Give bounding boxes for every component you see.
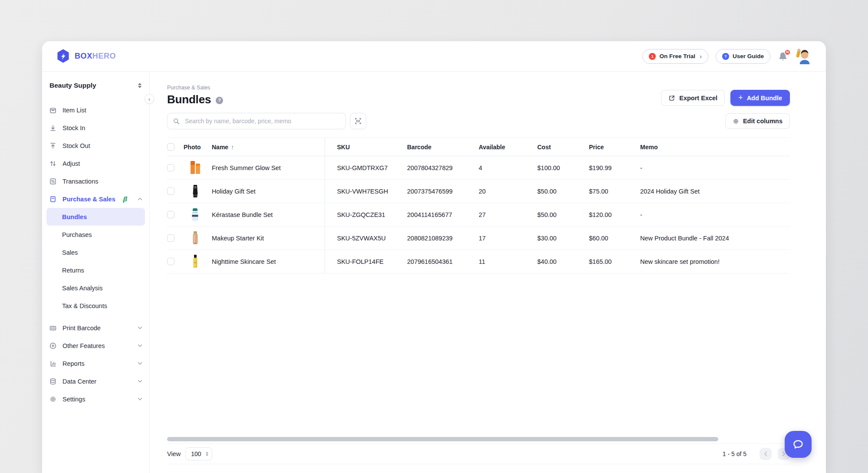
free-trial-button[interactable]: 1 On Free Trial › (642, 49, 708, 64)
chevron-up-icon (138, 197, 142, 200)
sidebar-item-stock-out[interactable]: Stock Out (42, 137, 149, 154)
notifications-button[interactable]: N (778, 51, 788, 62)
column-header-available[interactable]: Available (479, 138, 537, 156)
export-excel-button[interactable]: Export Excel (661, 90, 725, 106)
prev-page-button[interactable] (760, 448, 772, 460)
breadcrumb: Purchase & Sales (167, 85, 223, 91)
column-header-barcode[interactable]: Barcode (407, 138, 479, 156)
sidebar-item-purchase-sales[interactable]: Purchase & Sales β (42, 190, 149, 208)
item-list-icon (49, 106, 57, 114)
page-size-value: 100 (191, 450, 201, 457)
bundle-price: $120.00 (589, 203, 640, 227)
product-photo (188, 159, 202, 177)
sidebar-item-other-features[interactable]: Other Features (42, 337, 149, 355)
purchase-sales-icon (49, 195, 57, 203)
sidebar-item-data-center[interactable]: Data Center (42, 372, 149, 390)
bundle-price: $190.99 (589, 156, 640, 180)
edit-columns-button[interactable]: Edit columns (725, 113, 790, 129)
barcode-scan-button[interactable] (350, 113, 366, 129)
question-icon: ? (722, 53, 729, 60)
chat-bubble-icon (792, 439, 804, 450)
sidebar-collapse-button[interactable]: ‹ (145, 94, 154, 104)
sidebar-item-label: Item List (62, 107, 86, 114)
boxhero-hexagon-icon (56, 49, 70, 63)
other-features-icon (49, 342, 57, 350)
bundle-sku: SKU-5ZVWAX5U (325, 227, 407, 250)
sidebar-subitem-tax-discounts[interactable]: Tax & Discounts (42, 297, 149, 315)
chevron-right-icon: › (700, 53, 702, 59)
chevron-down-icon (138, 397, 142, 401)
add-bundle-label: Add Bundle (747, 95, 782, 102)
workspace-name: Beauty Supply (49, 82, 96, 89)
sidebar-item-transactions[interactable]: Transactions (42, 172, 149, 190)
reports-icon (49, 360, 57, 368)
table-row[interactable]: Kérastase Bundle Set SKU-ZGQCZE31 200411… (167, 203, 790, 227)
help-icon[interactable]: ? (216, 97, 223, 104)
sidebar-subitem-returns[interactable]: Returns (42, 261, 149, 279)
row-checkbox[interactable] (167, 211, 174, 218)
chat-widget-button[interactable] (785, 431, 812, 458)
horizontal-scrollbar[interactable] (167, 437, 718, 441)
sidebar-subitem-purchases[interactable]: Purchases (42, 226, 149, 243)
search-box (167, 113, 346, 129)
add-bundle-button[interactable]: + Add Bundle (730, 90, 790, 106)
bundle-sku: SKU-VWH7ESGH (325, 180, 407, 203)
product-photo (188, 253, 202, 271)
plus-icon: + (738, 94, 743, 102)
chevron-left-icon (764, 451, 767, 457)
product-photo (188, 182, 202, 200)
barcode-scan-icon (354, 117, 362, 125)
user-guide-label: User Guide (733, 53, 764, 59)
sidebar-subitem-label: Sales (62, 249, 78, 256)
bundle-memo: New Product Bundle - Fall 2024 (640, 227, 790, 250)
table-row[interactable]: Holiday Gift Set SKU-VWH7ESGH 2007375476… (167, 180, 790, 203)
column-header-name[interactable]: Name↑ (212, 138, 325, 156)
data-center-icon (49, 378, 57, 385)
sidebar-subitem-label: Tax & Discounts (62, 302, 107, 309)
column-header-price[interactable]: Price (589, 138, 640, 156)
workspace-sort-icon (138, 83, 141, 88)
app-window: BOXHERO 1 On Free Trial › ? User Guide N (42, 41, 826, 473)
sidebar-subitem-sales[interactable]: Sales (42, 243, 149, 261)
sidebar-item-adjust[interactable]: Adjust (42, 154, 149, 172)
sidebar-item-stock-in[interactable]: Stock In (42, 119, 149, 137)
sidebar-subitem-bundles[interactable]: Bundles (46, 208, 145, 226)
table-row[interactable]: Makeup Starter Kit SKU-5ZVWAX5U 20808210… (167, 227, 790, 250)
select-all-checkbox[interactable] (167, 143, 174, 151)
boxhero-logo[interactable]: BOXHERO (56, 49, 116, 63)
sidebar-item-label: Stock In (62, 125, 85, 131)
table-row[interactable]: Fresh Summer Glow Set SKU-GMDTRXG7 20078… (167, 156, 790, 180)
table-row[interactable]: Nighttime Skincare Set SKU-FOLP14FE 2079… (167, 250, 790, 273)
row-checkbox[interactable] (167, 187, 174, 195)
row-checkbox[interactable] (167, 164, 174, 171)
bundle-barcode: 2079616504361 (407, 250, 479, 273)
sidebar-subitem-sales-analysis[interactable]: Sales Analysis (42, 279, 149, 297)
sidebar-item-reports[interactable]: Reports (42, 355, 149, 372)
search-input[interactable] (184, 117, 340, 125)
workspace-selector[interactable]: Beauty Supply (42, 72, 149, 89)
bundle-barcode: 2080821089239 (407, 227, 479, 250)
sidebar-item-item-list[interactable]: Item List (42, 101, 149, 119)
bundle-sku: SKU-ZGQCZE31 (325, 203, 407, 227)
column-header-memo[interactable]: Memo (640, 138, 790, 156)
sidebar-item-label: Other Features (62, 342, 105, 349)
sidebar-item-label: Data Center (62, 378, 96, 385)
row-checkbox[interactable] (167, 258, 174, 265)
trial-count-badge: 1 (649, 53, 656, 60)
row-checkbox[interactable] (167, 234, 174, 242)
bundles-table: Photo Name↑ SKU Barcode Available Cost P… (167, 138, 790, 273)
column-header-sku[interactable]: SKU (325, 138, 407, 156)
sidebar-item-settings[interactable]: Settings (42, 390, 149, 408)
bundle-memo: New skincare set promotion! (640, 250, 790, 273)
user-avatar[interactable] (796, 48, 812, 64)
bundle-sku: SKU-FOLP14FE (325, 250, 407, 273)
column-header-photo[interactable]: Photo (184, 138, 212, 156)
page-size-select[interactable]: 100 (185, 447, 212, 460)
sidebar-item-print-barcode[interactable]: Print Barcode (42, 319, 149, 337)
sidebar-item-label: Stock Out (62, 142, 90, 149)
column-header-cost[interactable]: Cost (537, 138, 589, 156)
top-bar: BOXHERO 1 On Free Trial › ? User Guide N (42, 41, 826, 72)
sidebar-item-label: Print Barcode (62, 325, 101, 332)
sidebar-item-label: Reports (62, 360, 85, 367)
user-guide-button[interactable]: ? User Guide (716, 49, 770, 64)
